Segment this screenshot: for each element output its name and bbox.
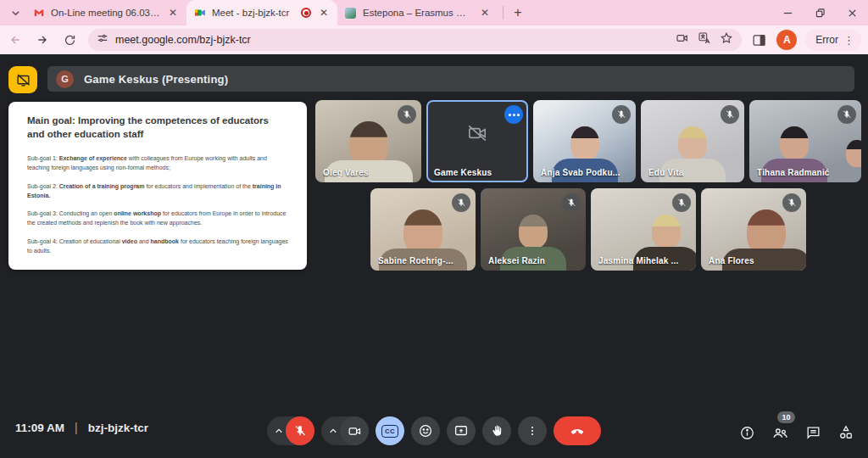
camera-options-chevron-icon[interactable] [326,427,340,435]
participant-tile-anja-svab[interactable]: Anja Švab Podku... [533,100,636,182]
kebab-menu-icon[interactable]: ⋮ [843,35,854,46]
participant-name: Game Keskus [434,168,492,177]
slide-subgoal-2: Sub-goal 2: Creation of a training progr… [27,182,288,201]
tile-more-options-button[interactable] [504,105,523,124]
mic-off-icon [562,193,581,212]
participant-tile-edu-vita[interactable]: Edu Vita [641,100,744,182]
mic-off-icon [782,193,801,212]
browser-window: On-Line meeting 06.03.24 at 11 ✕ Meet - … [0,0,868,458]
participant-name: Oleg Vares [323,168,369,177]
presentation-slide[interactable]: Main goal: Improving the competences of … [8,102,307,270]
minimize-icon[interactable] [771,0,804,25]
tab-divider [503,6,504,20]
mic-off-icon [612,105,631,124]
tab-search-chevron-icon[interactable] [5,3,25,23]
recording-indicator-icon [301,8,311,18]
camera-button[interactable] [340,416,369,445]
captions-button[interactable]: CC [376,416,404,445]
star-icon[interactable] [720,31,733,48]
participant-tile-jasmina-mihelak[interactable]: Jasmina Mihelak ... [591,188,696,271]
presentation-off-icon[interactable] [8,66,37,93]
close-icon[interactable] [836,0,868,25]
mic-mute-button[interactable] [286,416,314,445]
translate-icon[interactable] [698,31,711,48]
close-icon[interactable]: ✕ [166,6,180,20]
participant-tile-oleg-vares[interactable]: Oleg Vares [315,100,421,182]
participant-name: Ana Flores [709,256,754,265]
forward-icon[interactable] [31,28,54,52]
reload-icon[interactable] [58,28,81,52]
tab-estepona[interactable]: Estepona – Erasmus EOI Estepo ✕ [337,0,498,25]
mic-options-chevron-icon[interactable] [272,427,286,435]
tab-gmail[interactable]: On-Line meeting 06.03.24 at 11 ✕ [25,0,186,25]
omnibox-actions [676,31,733,48]
chat-icon[interactable] [803,422,823,443]
close-icon[interactable]: ✕ [478,6,492,20]
video-camera-icon[interactable] [676,31,689,48]
browser-toolbar: meet.google.com/bzj-bjzk-tcr A Error ⋮ [0,25,868,54]
slide-subgoal-3: Sub-goal 3: Conducting an open online wo… [27,209,288,228]
side-panel-icon[interactable] [752,33,766,47]
error-button[interactable]: Error ⋮ [805,29,861,51]
address-bar[interactable]: meet.google.com/bzj-bjzk-tcr [88,29,742,51]
participant-name: Aleksei Razin [488,256,545,265]
raise-hand-button[interactable] [482,416,511,445]
mic-control-group [267,416,314,445]
participant-tile-ana-flores[interactable]: Ana Flores [701,188,806,271]
site-settings-icon[interactable] [97,32,108,47]
new-tab-button[interactable]: + [508,3,528,23]
mic-off-icon [721,105,739,124]
tab-strip: On-Line meeting 06.03.24 at 11 ✕ Meet - … [0,0,868,25]
participant-tile-aleksei-razin[interactable]: Aleksei Razin [481,188,586,271]
slide-subgoal-1: Sub-goal 1: Exchange of experience with … [27,154,288,173]
back-icon[interactable] [3,28,27,52]
reactions-button[interactable] [411,416,440,445]
camera-control-group [321,416,369,445]
participant-name: Anja Švab Podku... [541,168,620,177]
error-label: Error [815,34,838,46]
participant-tile-sabine-roehrig[interactable]: Sabine Roehrig-... [370,188,476,271]
present-screen-button[interactable] [447,416,476,445]
participant-name: Jasmina Mihelak ... [598,256,678,265]
slide-subgoal-4: Sub-goal 4: Creation of educational vide… [27,237,288,256]
profile-avatar[interactable]: A [776,30,797,50]
presenter-label: Game Keskus (Presenting) [84,73,228,86]
mic-off-icon [452,193,470,212]
tab-title: Meet - bzj-bjzk-tcr [212,8,295,18]
slide-title: Main goal: Improving the competences of … [27,114,288,141]
url-text[interactable]: meet.google.com/bzj-bjzk-tcr [115,34,669,46]
mic-off-icon [398,105,416,124]
people-icon[interactable]: 10 [770,422,790,443]
tab-title: On-Line meeting 06.03.24 at 11 [51,8,160,18]
meet-icon [193,7,206,20]
presenter-avatar: G [56,70,74,88]
presenter-banner: G Game Keskus (Presenting) [47,66,854,92]
participant-name: Edu Vita [648,168,683,177]
meet-main: G Game Keskus (Presenting) Main goal: Im… [0,54,868,458]
close-icon[interactable]: ✕ [317,6,331,20]
more-options-button[interactable] [518,416,547,445]
participant-tile-game-keskus[interactable]: Game Keskus [426,100,528,182]
participant-name: Sabine Roehrig-... [378,256,453,265]
estepona-site-icon [344,7,357,20]
gmail-icon [32,7,45,20]
right-panel-buttons: 10 [737,422,856,443]
participant-name: Tihana Radmanić [757,168,830,177]
participant-tile-tihana-radmanic[interactable]: Tihana Radmanić [749,100,861,182]
window-controls [771,0,868,25]
activities-icon[interactable] [836,422,856,443]
camera-off-icon [466,122,488,148]
tab-title: Estepona – Erasmus EOI Estepo [363,8,472,18]
tab-meet[interactable]: Meet - bzj-bjzk-tcr ✕ [186,0,337,25]
end-call-button[interactable] [554,416,601,445]
mic-off-icon [837,105,856,124]
people-count-badge: 10 [777,411,795,423]
mic-off-icon [672,193,691,212]
restore-icon[interactable] [804,0,836,25]
info-icon[interactable] [737,422,757,443]
